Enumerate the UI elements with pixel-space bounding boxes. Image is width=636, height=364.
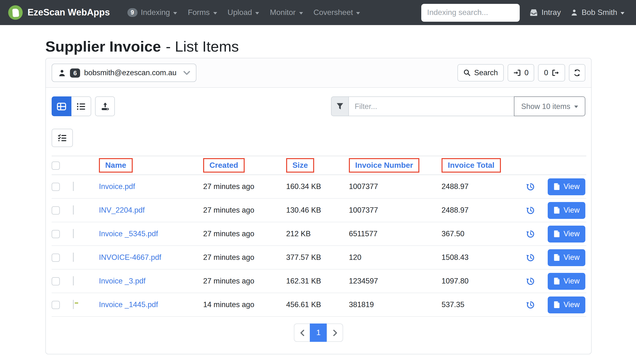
size-cell: 130.46 KB <box>286 206 321 214</box>
page-title-main: Supplier Invoice <box>45 38 161 56</box>
invoice-total-cell: 1508.43 <box>442 253 469 261</box>
nav-item-forms[interactable]: Forms <box>188 8 217 17</box>
nav-item-label: Forms <box>188 8 210 17</box>
file-icon <box>553 230 560 238</box>
pagination-prev-button[interactable] <box>294 324 310 342</box>
history-button[interactable] <box>526 206 535 215</box>
row-checkbox[interactable] <box>52 300 60 309</box>
file-icon <box>553 254 560 261</box>
indexing-search-input[interactable] <box>421 4 520 22</box>
created-cell: 27 minutes ago <box>203 230 254 238</box>
clock-history-icon <box>526 253 535 262</box>
nav-user-menu[interactable]: Bob Smith <box>570 8 624 17</box>
created-cell: 27 minutes ago <box>203 182 254 190</box>
column-header-size[interactable]: Size <box>292 161 308 169</box>
nav-item-upload[interactable]: Upload <box>227 8 259 17</box>
column-header-invoice-number[interactable]: Invoice Number <box>355 161 413 169</box>
nav-item-coversheet[interactable]: Coversheet <box>313 8 360 17</box>
chevron-left-icon <box>300 330 304 336</box>
file-thumbnail[interactable] <box>73 206 74 214</box>
invoice-number-cell: 1234597 <box>349 277 378 285</box>
row-checkbox[interactable] <box>52 253 60 262</box>
top-navbar: EzeScan WebApps 9 Indexing Forms Upload … <box>0 0 636 25</box>
view-button[interactable]: View <box>548 202 585 219</box>
created-cell: 14 minutes ago <box>203 300 254 308</box>
table-row: Invoice _1445.pdf 14 minutes ago 456.61 … <box>52 293 586 316</box>
check-out-count: 0 <box>544 68 548 77</box>
queue-user-select[interactable]: 6 bobsmith@ezescan.com.au <box>52 64 196 82</box>
invoice-number-cell: 381819 <box>349 300 374 308</box>
history-button[interactable] <box>526 300 535 309</box>
check-out-button[interactable]: 0 <box>538 64 565 82</box>
show-items-label: Show 10 items <box>521 102 570 111</box>
pagination-next-button[interactable] <box>327 324 343 342</box>
refresh-icon <box>573 69 581 77</box>
view-button[interactable]: View <box>548 296 585 313</box>
filter-input[interactable] <box>349 96 514 116</box>
history-button[interactable] <box>526 253 535 262</box>
row-checkbox[interactable] <box>52 230 60 238</box>
invoice-total-cell: 537.35 <box>442 300 464 308</box>
refresh-button[interactable] <box>569 64 585 82</box>
file-icon <box>553 183 560 190</box>
list-view-button[interactable] <box>71 96 91 116</box>
view-button[interactable]: View <box>548 273 585 290</box>
file-name-link[interactable]: Invoice _5345.pdf <box>99 230 158 238</box>
caret-down-icon <box>299 12 303 14</box>
column-annotation-box: Name <box>99 158 132 172</box>
nav-item-label: Coversheet <box>313 8 353 17</box>
pagination-page-1[interactable]: 1 <box>310 324 327 342</box>
file-thumbnail[interactable] <box>73 276 74 286</box>
history-button[interactable] <box>526 276 535 286</box>
clock-history-icon <box>526 182 535 191</box>
nav-item-label: Indexing <box>141 8 170 17</box>
nav-item-intray[interactable]: Intray <box>529 8 561 17</box>
upload-button[interactable] <box>95 96 115 116</box>
file-thumbnail[interactable] <box>73 253 74 262</box>
list-items-card: 6 bobsmith@ezescan.com.au Search <box>45 58 592 354</box>
file-name-link[interactable]: Invoice _1445.pdf <box>99 300 158 308</box>
file-thumbnail[interactable] <box>73 229 74 238</box>
search-button[interactable]: Search <box>457 64 504 82</box>
view-button-label: View <box>564 182 580 191</box>
column-header-created[interactable]: Created <box>209 161 238 169</box>
file-name-link[interactable]: INVOICE-4667.pdf <box>99 253 161 261</box>
sign-out-icon <box>551 69 559 77</box>
view-button-label: View <box>564 230 580 238</box>
created-cell: 27 minutes ago <box>203 277 254 285</box>
history-button[interactable] <box>526 229 535 238</box>
brand-title[interactable]: EzeScan WebApps <box>28 7 110 18</box>
select-actions-button[interactable] <box>52 129 73 147</box>
file-thumbnail[interactable] <box>73 300 74 309</box>
row-checkbox[interactable] <box>52 182 60 191</box>
select-all-checkbox[interactable] <box>52 161 60 170</box>
row-checkbox[interactable] <box>52 206 60 214</box>
intray-label: Intray <box>541 8 561 17</box>
file-icon <box>553 206 560 214</box>
column-header-name[interactable]: Name <box>105 161 126 169</box>
queue-user-email: bobsmith@ezescan.com.au <box>84 68 176 77</box>
file-name-link[interactable]: INV_2204.pdf <box>99 206 145 214</box>
row-checkbox[interactable] <box>52 277 60 285</box>
view-button[interactable]: View <box>548 178 585 195</box>
file-thumbnail[interactable] <box>73 182 74 191</box>
nav-item-label: Upload <box>227 8 252 17</box>
invoice-total-cell: 367.50 <box>442 230 464 238</box>
file-name-link[interactable]: Invoice.pdf <box>99 182 135 190</box>
view-button[interactable]: View <box>548 249 585 266</box>
check-in-button[interactable]: 0 <box>508 64 534 82</box>
table-row: Invoice.pdf 27 minutes ago 160.34 KB 100… <box>52 175 586 198</box>
history-button[interactable] <box>526 182 535 191</box>
list-toolbar: Show 10 items <box>52 96 585 116</box>
show-items-dropdown[interactable]: Show 10 items <box>514 96 585 116</box>
invoice-total-cell: 2488.97 <box>442 206 469 214</box>
nav-item-monitor[interactable]: Monitor <box>270 8 303 17</box>
file-icon <box>553 301 560 308</box>
nav-item-indexing[interactable]: 9 Indexing <box>127 8 177 17</box>
column-header-invoice-total[interactable]: Invoice Total <box>448 161 494 169</box>
file-name-link[interactable]: Invoice _3.pdf <box>99 277 145 285</box>
view-button[interactable]: View <box>548 226 585 242</box>
size-cell: 212 KB <box>286 230 311 238</box>
table-row: INVOICE-4667.pdf 27 minutes ago 377.57 K… <box>52 246 586 269</box>
grid-view-button[interactable] <box>52 96 71 116</box>
